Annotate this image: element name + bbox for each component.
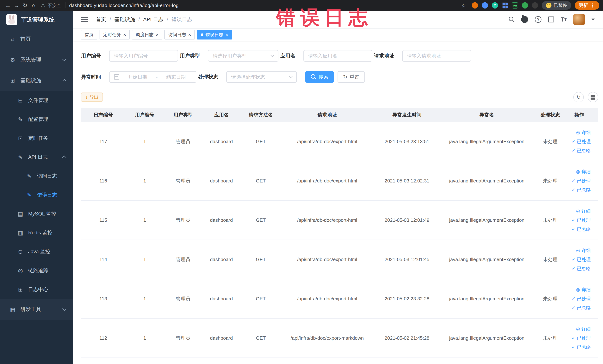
help-icon[interactable]: ?	[535, 16, 542, 23]
tab-error-log[interactable]: 错误日志 ×	[197, 30, 232, 39]
filter-label: 用户类型	[180, 52, 200, 59]
sidebar-item-file-manage[interactable]: ⊟ 文件管理	[0, 91, 73, 110]
eye-icon: ◎	[576, 327, 580, 331]
sidebar-item-access-log[interactable]: ✎ 访问日志	[0, 166, 73, 186]
app-name-input[interactable]	[303, 50, 372, 61]
cell-exception-name: java.lang.IllegalArgumentException	[441, 279, 533, 318]
detail-link[interactable]: ◎ 详细	[576, 129, 591, 136]
user-avatar[interactable]	[573, 14, 585, 25]
breadcrumb-item[interactable]: 首页	[96, 16, 106, 23]
mark-processed-link[interactable]: ✓ 已处理	[572, 296, 591, 302]
caret-down-icon[interactable]	[591, 19, 595, 21]
column-header: 请求方法名	[241, 112, 281, 118]
sidebar-item-redis-monitor[interactable]: ▥ Redis 监控	[0, 223, 73, 242]
back-icon[interactable]: ←	[4, 1, 12, 10]
mark-processed-link[interactable]: ✓ 已处理	[572, 139, 591, 145]
column-header: 异常名	[441, 112, 533, 118]
breadcrumb-item[interactable]: 基础设施	[114, 16, 135, 23]
sidebar-item-infra[interactable]: ⊞ 基础设施	[0, 70, 73, 91]
sidebar-item-mysql-monitor[interactable]: ▤ MySQL 监控	[0, 204, 73, 223]
browser-home-icon[interactable]: ⌂	[29, 1, 38, 10]
mark-ignored-link[interactable]: ✓ 已忽略	[572, 266, 591, 272]
sidebar-item-label: 研发工具	[20, 306, 41, 313]
sidebar-item-system[interactable]: ⚙ 系统管理	[0, 49, 73, 70]
tab-job-log[interactable]: 调度日志 ×	[132, 30, 162, 39]
update-button[interactable]: 更新 ⋮	[575, 1, 599, 10]
paused-button[interactable]: 已暂停	[542, 1, 571, 10]
cell-exception-time: 2021-05-02 23:32:28	[373, 279, 441, 318]
mark-ignored-link[interactable]: ✓ 已忽略	[572, 226, 591, 232]
mark-processed-link[interactable]: ✓ 已处理	[572, 257, 591, 263]
extension-grid-icon[interactable]	[502, 2, 508, 9]
url-bar[interactable]: dashboard.yudao.iocoder.cn/infra/log/api…	[69, 3, 178, 8]
detail-link[interactable]: ◎ 详细	[576, 169, 591, 175]
process-status-select[interactable]: 请选择处理状态	[226, 71, 297, 83]
sidebar-item-config-manage[interactable]: ✎ 配置管理	[0, 110, 73, 129]
sidebar-item-home[interactable]: ⌂ 首页	[0, 29, 73, 49]
mark-processed-link[interactable]: ✓ 已处理	[572, 217, 591, 223]
mark-ignored-link[interactable]: ✓ 已忽略	[572, 305, 591, 311]
breadcrumb-item[interactable]: API 日志	[143, 16, 163, 23]
detail-link[interactable]: ◎ 详细	[576, 247, 591, 254]
close-icon[interactable]: ×	[188, 32, 191, 37]
forward-icon[interactable]: →	[12, 1, 21, 10]
extension-icon[interactable]	[482, 2, 488, 9]
sidebar-toggle-icon[interactable]	[81, 17, 88, 22]
extension-icon[interactable]: Y	[492, 2, 498, 9]
detail-link[interactable]: ◎ 详细	[576, 287, 591, 293]
header: 首页 / 基础设施 / API 日志 / 错误日志 ? TT	[73, 11, 603, 28]
close-icon[interactable]: ×	[123, 32, 126, 37]
column-settings-button[interactable]	[588, 92, 598, 102]
filter-user-type: 用户类型 请选择用户类型	[180, 50, 278, 61]
tab-home[interactable]: 首页	[81, 30, 97, 39]
mark-ignored-link[interactable]: ✓ 已忽略	[572, 148, 591, 154]
fullscreen-icon[interactable]	[548, 16, 554, 23]
tab-scheduled-job[interactable]: 定时任务 ×	[100, 30, 130, 39]
mark-processed-link[interactable]: ✓ 已处理	[572, 178, 591, 184]
sidebar-item-trace[interactable]: ◎ 链路追踪	[0, 261, 73, 280]
reset-button[interactable]: ↻ 重置	[337, 71, 365, 83]
table-row: 114 1 管理员 dashboard GET /api/infra/db-do…	[81, 240, 598, 279]
extension-icon[interactable]	[472, 2, 478, 9]
check-icon: ✓	[572, 139, 575, 144]
date-range-picker[interactable]: 开始日期 - 结束日期	[109, 71, 196, 83]
tab-access-log[interactable]: 访问日志 ×	[164, 30, 195, 39]
action-label: 详细	[581, 287, 591, 293]
cell-actions: ◎ 详细 ✓ 已处理 ✓ 已忽略	[568, 201, 598, 240]
export-button[interactable]: ↓ 导出	[81, 93, 103, 102]
sidebar-item-java-monitor[interactable]: ⊙ Java 监控	[0, 242, 73, 261]
reload-icon[interactable]: ↻	[21, 1, 29, 10]
detail-link[interactable]: ◎ 详细	[576, 326, 591, 332]
mark-processed-link[interactable]: ✓ 已处理	[572, 335, 591, 341]
close-icon[interactable]: ×	[226, 32, 228, 37]
font-size-icon[interactable]: TT	[561, 16, 567, 23]
mark-ignored-link[interactable]: ✓ 已忽略	[572, 344, 591, 350]
extension-on-icon[interactable]: on	[512, 2, 518, 9]
bookmark-star-icon[interactable]: ☆	[460, 1, 468, 10]
app-logo[interactable]: 芋道管理系统	[0, 11, 73, 29]
request-url-input[interactable]	[402, 50, 471, 61]
extension-icon[interactable]	[522, 2, 528, 9]
database-icon: ▤	[17, 211, 24, 217]
user-type-select[interactable]: 请选择用户类型	[208, 50, 278, 61]
search-icon[interactable]	[509, 17, 514, 22]
detail-link[interactable]: ◎ 详细	[576, 208, 591, 214]
sidebar-item-dev-tools[interactable]: ▦ 研发工具	[0, 299, 73, 320]
cell-user-id: 1	[126, 240, 164, 279]
close-icon[interactable]: ×	[156, 32, 159, 37]
sidebar-item-api-log[interactable]: ✎ API 日志	[0, 148, 73, 166]
chevron-down-icon	[289, 75, 292, 78]
check-icon: ✓	[572, 266, 575, 271]
sidebar-item-error-log[interactable]: ✎ 错误日志	[0, 186, 73, 204]
refresh-table-button[interactable]: ↻	[573, 92, 584, 102]
table-row: 117 1 管理员 dashboard GET /api/infra/db-do…	[81, 122, 598, 161]
cell-request-url: /api/infra/db-doc/export-html	[281, 122, 373, 161]
security-chip[interactable]: ⚠ 不安全	[41, 2, 61, 9]
github-icon[interactable]	[521, 16, 528, 23]
sidebar-item-scheduled-job[interactable]: ⊡ 定时任务	[0, 129, 73, 148]
user-id-input[interactable]	[109, 50, 178, 61]
search-button[interactable]: 搜索	[305, 71, 334, 83]
sidebar-item-log-center[interactable]: ⊞ 日志中心	[0, 280, 73, 299]
mark-ignored-link[interactable]: ✓ 已忽略	[572, 187, 591, 193]
extension-icon[interactable]	[532, 2, 538, 9]
